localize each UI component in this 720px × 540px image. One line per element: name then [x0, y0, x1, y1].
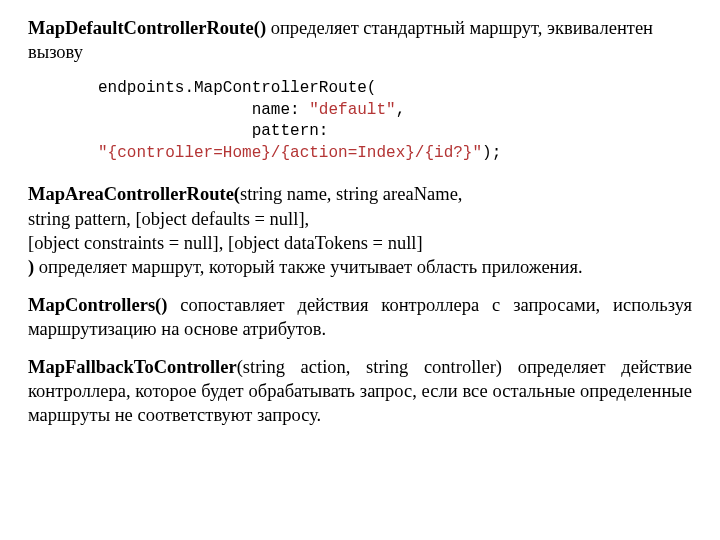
code-line-4b: );	[482, 144, 501, 162]
method-name: MapAreaControllerRoute(	[28, 184, 240, 204]
code-line-2a: name:	[98, 101, 309, 119]
paragraph-1: MapDefaultControllerRoute() определяет с…	[28, 16, 692, 64]
signature-part: string pattern, [object defaults = null]…	[28, 209, 309, 229]
code-string-default: "default"	[309, 101, 395, 119]
signature-part: [object constraints = null], [object dat…	[28, 233, 423, 253]
method-name: MapFallbackToController	[28, 357, 237, 377]
paragraph-3: MapControllers() сопоставляет действия к…	[28, 293, 692, 341]
code-line-2c: ,	[396, 101, 406, 119]
code-block: endpoints.MapControllerRoute( name: "def…	[98, 78, 692, 164]
method-name: MapControllers()	[28, 295, 167, 315]
document-page: MapDefaultControllerRoute() определяет с…	[0, 0, 720, 427]
code-line-1: endpoints.MapControllerRoute(	[98, 79, 376, 97]
signature-part: string name, string areaName,	[240, 184, 462, 204]
code-line-3: pattern:	[98, 122, 328, 140]
paragraph-text: определяет маршрут, который также учитыв…	[34, 257, 582, 277]
paragraph-2: MapAreaControllerRoute(string name, stri…	[28, 182, 692, 278]
signature-part: (string action, string controller)	[237, 357, 502, 377]
paragraph-4: MapFallbackToController(string action, s…	[28, 355, 692, 427]
method-name: MapDefaultControllerRoute()	[28, 18, 266, 38]
code-string-pattern: "{controller=Home}/{action=Index}/{id?}"	[98, 144, 482, 162]
